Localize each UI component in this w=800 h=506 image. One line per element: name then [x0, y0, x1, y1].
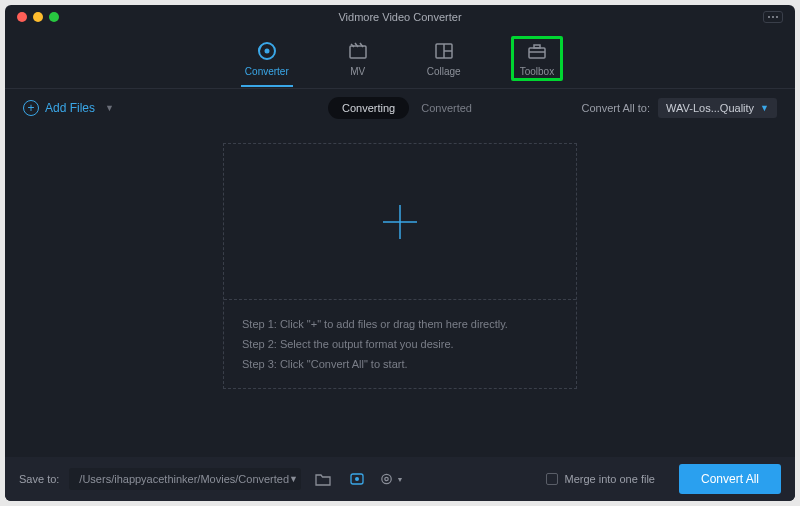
svg-point-12 — [355, 477, 359, 481]
save-path-select[interactable]: /Users/ihappyacethinker/Movies/Converted… — [69, 468, 301, 490]
svg-point-14 — [385, 477, 388, 480]
add-files-label: Add Files — [45, 101, 95, 115]
svg-point-13 — [382, 474, 391, 483]
tab-label: Collage — [427, 66, 461, 77]
tab-label: Converter — [245, 66, 289, 77]
toolbox-icon — [526, 40, 548, 62]
svg-point-1 — [264, 49, 269, 54]
step-text: Step 2: Select the output format you des… — [242, 334, 558, 354]
tab-toolbox[interactable]: Toolbox — [511, 36, 563, 81]
tab-label: Toolbox — [520, 66, 554, 77]
merge-option[interactable]: Merge into one file — [546, 473, 655, 485]
step-text: Step 3: Click "Convert All" to start. — [242, 354, 558, 374]
tab-converted[interactable]: Converted — [421, 102, 472, 114]
merge-label: Merge into one file — [564, 473, 655, 485]
settings-button[interactable]: ▼ — [379, 468, 403, 490]
chevron-down-icon: ▼ — [289, 474, 298, 484]
folder-icon — [315, 472, 331, 486]
more-icon[interactable]: ⋯ — [763, 11, 783, 23]
chevron-down-icon[interactable]: ▼ — [105, 103, 114, 113]
window-title: Vidmore Video Converter — [5, 11, 795, 23]
instructions: Step 1: Click "+" to add files or drag t… — [224, 300, 576, 388]
save-path-value: /Users/ihappyacethinker/Movies/Converted — [79, 473, 289, 485]
add-files-button[interactable]: + Add Files ▼ — [23, 100, 114, 116]
main-nav: Converter MV Collage Toolbox — [5, 29, 795, 89]
checkbox-icon[interactable] — [546, 473, 558, 485]
tab-collage[interactable]: Collage — [419, 36, 469, 81]
open-folder-button[interactable] — [311, 468, 335, 490]
titlebar: Vidmore Video Converter ⋯ — [5, 5, 795, 29]
format-select[interactable]: WAV-Los...Quality ▼ — [658, 98, 777, 118]
save-to-label: Save to: — [19, 473, 59, 485]
tab-mv[interactable]: MV — [339, 36, 377, 81]
content-area: Step 1: Click "+" to add files or drag t… — [5, 127, 795, 389]
gear-icon — [379, 471, 394, 487]
app-window: Vidmore Video Converter ⋯ Converter MV C… — [5, 5, 795, 501]
plus-circle-icon: + — [23, 100, 39, 116]
collage-icon — [433, 40, 455, 62]
step-text: Step 1: Click "+" to add files or drag t… — [242, 314, 558, 334]
convert-all-button[interactable]: Convert All — [679, 464, 781, 494]
drop-zone-add[interactable] — [224, 144, 576, 300]
sub-toolbar: + Add Files ▼ Converting Converted Conve… — [5, 89, 795, 127]
chevron-down-icon: ▼ — [396, 476, 403, 483]
tab-converter[interactable]: Converter — [237, 36, 297, 81]
converter-icon — [256, 40, 278, 62]
mv-icon — [347, 40, 369, 62]
convert-all-label: Convert All to: — [582, 102, 650, 114]
convert-all-to: Convert All to: WAV-Los...Quality ▼ — [582, 98, 777, 118]
svg-rect-6 — [529, 48, 545, 58]
svg-rect-7 — [534, 45, 540, 48]
tab-converting[interactable]: Converting — [328, 97, 409, 119]
chevron-down-icon: ▼ — [760, 103, 769, 113]
bottom-bar: Save to: /Users/ihappyacethinker/Movies/… — [5, 457, 795, 501]
format-value: WAV-Los...Quality — [666, 102, 754, 114]
chip-icon — [348, 471, 366, 487]
drop-zone: Step 1: Click "+" to add files or drag t… — [223, 143, 577, 389]
status-tabs: Converting Converted — [328, 97, 472, 119]
gpu-accel-button[interactable] — [345, 468, 369, 490]
plus-icon — [377, 199, 423, 245]
tab-label: MV — [350, 66, 365, 77]
svg-rect-2 — [350, 46, 366, 58]
